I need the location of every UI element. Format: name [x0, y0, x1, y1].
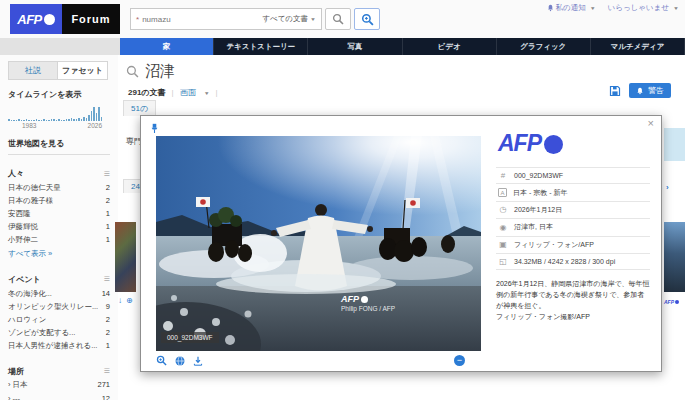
- timeline-bar: [93, 107, 95, 121]
- panel-afp-logo-circle-icon: [544, 135, 563, 154]
- timeline-bar: [53, 119, 55, 121]
- modal-toolbar: [156, 355, 203, 366]
- result-thumbnail[interactable]: [115, 222, 136, 292]
- timeline-year-end: 2026: [88, 122, 102, 129]
- keywords-icon: A: [498, 188, 507, 197]
- meta-value: 000_92DM3WF: [514, 172, 563, 179]
- timeline-bar: [86, 118, 88, 121]
- zoom-in-button[interactable]: [156, 355, 167, 366]
- world-map-link[interactable]: 世界地図を見る: [8, 138, 110, 155]
- sidebar-tabs: 社説 ファセット: [8, 61, 110, 80]
- main-nav: 家テキストストーリー写真ビデオグラフィックマルチメディア: [120, 38, 685, 55]
- location-icon: ◉: [498, 223, 508, 232]
- section-places-title: 場所: [8, 366, 24, 377]
- meta-row: ◷2026年1月12日: [496, 201, 650, 218]
- nav-tab[interactable]: テキストストーリー: [214, 38, 308, 55]
- create-alert-button[interactable]: 警告: [629, 83, 671, 98]
- search-plus-icon: [361, 13, 374, 26]
- timeline-bar: [61, 120, 63, 121]
- timeline-bar: [56, 120, 58, 121]
- timeline-years: 1983 2026: [8, 121, 110, 129]
- timeline-bar: [96, 113, 98, 121]
- meta-list: #000_92DM3WFA日本 - 宗教 - 新年◷2026年1月12日◉沼津市…: [496, 167, 650, 270]
- facet-item[interactable]: › ---12: [8, 392, 110, 400]
- timeline-bar: [98, 107, 100, 121]
- timeline-bar: [101, 117, 103, 121]
- chevron-right-icon[interactable]: ›: [666, 183, 669, 192]
- tab-facets[interactable]: ファセット: [58, 61, 108, 80]
- panel-afp-logo-text: AFP: [498, 130, 541, 157]
- zoom-icon[interactable]: ⊕: [126, 296, 137, 305]
- timeline-year-start: 1983: [22, 122, 36, 129]
- search-input[interactable]: [142, 15, 262, 24]
- nav-tab[interactable]: ビデオ: [403, 38, 497, 55]
- nav-tab[interactable]: 家: [120, 38, 214, 55]
- facet-sidebar: 社説 ファセット タイムラインを表示 1983 2026 世界地図を見る 人々 …: [0, 55, 118, 400]
- forum-logo-text: Forum: [71, 13, 110, 25]
- save-icon[interactable]: [609, 85, 621, 97]
- timeline-bar: [33, 120, 35, 121]
- facet-item[interactable]: 冬の海浄化...14: [8, 287, 110, 300]
- search-scope-dropdown[interactable]: すべての文書: [262, 14, 308, 24]
- download-button[interactable]: [193, 356, 203, 366]
- section-places-header: 場所: [8, 366, 110, 377]
- results-actions: 警告: [609, 83, 671, 98]
- facet-item[interactable]: › 日本271: [8, 379, 110, 392]
- divider: |: [216, 88, 218, 97]
- account-menu[interactable]: いらっしゃいませ: [608, 3, 679, 13]
- forum-logo[interactable]: Forum: [62, 4, 120, 34]
- facet-list-people: 日本の徳仁天皇2日本の雅子様2安西隆1伊藤輝悦1小野伸二1: [8, 181, 110, 247]
- afp-logo[interactable]: AFP: [10, 4, 62, 34]
- facet-item[interactable]: 日本の雅子様2: [8, 194, 110, 207]
- advanced-search-button[interactable]: [354, 8, 380, 30]
- show-all-link[interactable]: すべて表示 »: [8, 247, 110, 261]
- nav-tab[interactable]: マルチメディア: [591, 38, 685, 55]
- section-options-icon[interactable]: [104, 367, 110, 375]
- nav-tab[interactable]: グラフィック: [497, 38, 591, 55]
- section-options-icon[interactable]: [104, 275, 110, 283]
- facet-item[interactable]: ハロウィン2: [8, 313, 110, 326]
- timeline-bar: [51, 119, 53, 121]
- facet-item[interactable]: 小野伸二1: [8, 234, 110, 247]
- timeline-bar: [16, 120, 18, 121]
- timeline-bar: [23, 120, 25, 121]
- timeline-bar: [63, 120, 65, 121]
- id-icon: #: [498, 171, 508, 180]
- facet-item[interactable]: 日本の徳仁天皇2: [8, 181, 110, 194]
- facet-item[interactable]: 伊藤輝悦1: [8, 221, 110, 234]
- nav-tab[interactable]: 写真: [308, 38, 402, 55]
- section-people-title: 人々: [8, 168, 24, 179]
- timeline-histogram[interactable]: [8, 105, 110, 121]
- meta-row: ▣フィリップ・フォン/AFP: [496, 236, 650, 253]
- result-thumbnail[interactable]: [664, 222, 685, 292]
- nav-left-gap: [0, 38, 120, 55]
- meta-value: 34.32MB / 4242 x 2828 / 300 dpi: [514, 258, 615, 265]
- timeline-bar: [78, 118, 80, 121]
- download-icon[interactable]: ↓: [118, 296, 126, 305]
- notifications-menu[interactable]: 私の通知: [547, 3, 596, 13]
- preview-photo[interactable]: AFP Philip FONG / AFP 000_92DM3WF: [156, 136, 481, 351]
- meta-value: 日本 - 宗教 - 新年: [513, 188, 567, 198]
- facet-item[interactable]: 日本人男性が逮捕される...1: [8, 340, 110, 353]
- thumbnail-actions: ↓⊕: [118, 296, 137, 305]
- close-icon[interactable]: ×: [648, 117, 654, 129]
- meta-value: 沼津市, 日本: [514, 222, 553, 232]
- chevron-down-icon: [310, 17, 316, 22]
- bg-tab-top[interactable]: 51の: [123, 100, 156, 116]
- afp-mini-logo: AFP: [664, 299, 679, 305]
- view-dropdown[interactable]: 画面: [180, 87, 196, 98]
- section-options-icon[interactable]: [104, 170, 110, 178]
- facet-item[interactable]: オリンピック聖火リレー...9: [8, 300, 110, 313]
- collapse-button[interactable]: −: [454, 355, 465, 366]
- globe-button[interactable]: [175, 356, 185, 366]
- alert-bell-icon: [636, 87, 644, 95]
- top-header: AFP Forum * すべての文書 私の通知 いらっしゃいませ: [0, 0, 685, 38]
- search-button[interactable]: [325, 8, 351, 30]
- meta-value: 2026年1月12日: [514, 205, 562, 215]
- timeline-bar: [71, 118, 73, 121]
- tab-editorial[interactable]: 社説: [8, 61, 58, 80]
- timeline-bar: [66, 119, 68, 121]
- facet-item[interactable]: ゾンビが支配する...2: [8, 327, 110, 340]
- facet-item[interactable]: 安西隆1: [8, 207, 110, 220]
- section-people-header: 人々: [8, 168, 110, 179]
